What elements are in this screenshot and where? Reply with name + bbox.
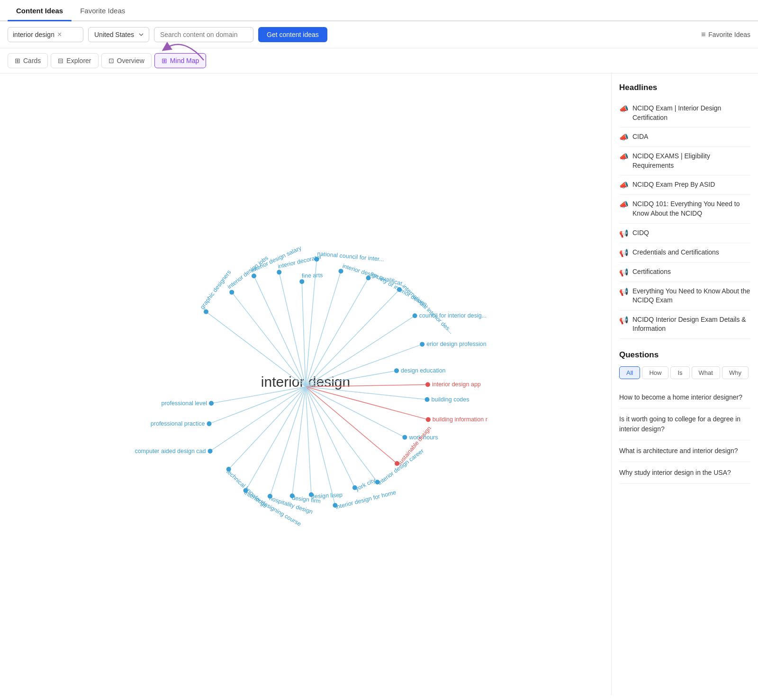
main-content: interior design national council for int… (0, 73, 758, 695)
svg-text:international interior des...: international interior des... (401, 283, 454, 335)
clear-keyword-button[interactable]: × (57, 31, 62, 38)
svg-line-2 (306, 278, 369, 387)
headline-text-4: NCIDQ Exam Prep By ASID (632, 180, 715, 190)
svg-point-30 (339, 269, 343, 273)
questions-section: Questions All How Is What Why (619, 350, 750, 484)
headline-item-7[interactable]: 📢 Credentials and Certifications (619, 243, 750, 263)
svg-text:erior design profession: erior design profession (426, 341, 487, 347)
svg-text:professional practice: professional practice (151, 420, 205, 427)
megaphone-icon-active-2: 📣 (619, 133, 629, 142)
svg-line-19 (229, 387, 306, 469)
headline-text-10: NCIDQ Interior Design Exam Details & Inf… (632, 315, 750, 334)
svg-point-72 (209, 401, 214, 406)
tab-overview[interactable]: ⊡ Overview (101, 53, 152, 68)
filter-all[interactable]: All (619, 366, 640, 379)
cards-icon: ⊞ (15, 57, 20, 64)
svg-point-68 (208, 449, 213, 454)
svg-text:technical knowledge: technical knowledge (225, 468, 269, 509)
svg-point-74 (252, 273, 256, 278)
right-panel: Headlines 📣 NCIDQ Exam | Interior Design… (611, 73, 758, 695)
svg-line-10 (306, 387, 405, 437)
svg-line-15 (306, 387, 311, 495)
svg-point-38 (420, 342, 424, 346)
svg-line-22 (211, 387, 306, 403)
svg-line-11 (306, 387, 397, 464)
svg-point-80 (229, 290, 234, 295)
svg-line-5 (306, 344, 422, 387)
headline-text-7: Credentials and Certifications (632, 248, 719, 257)
headline-item-3[interactable]: 📣 NCIDQ EXAMS | Eligibility Requirements (619, 147, 750, 175)
headline-text-8: Certifications (632, 267, 671, 277)
headline-item-10[interactable]: 📢 NCIDQ Interior Design Exam Details & I… (619, 310, 750, 339)
question-filter-tabs: All How Is What Why (619, 366, 750, 379)
mind-map-svg: interior design national council for int… (116, 171, 495, 598)
headline-text-6: CIDQ (632, 228, 649, 238)
headline-text-3: NCIDQ EXAMS | Eligibility Requirements (632, 152, 750, 170)
megaphone-icon-inactive-4: 📢 (619, 287, 629, 296)
svg-point-34 (397, 287, 402, 292)
megaphone-icon-active: 📣 (619, 104, 629, 113)
country-select[interactable]: United States (88, 27, 149, 42)
svg-line-18 (246, 387, 306, 491)
svg-text:professional level: professional level (161, 400, 207, 407)
svg-text:building information r: building information r (433, 416, 487, 423)
domain-search-input[interactable] (154, 27, 253, 42)
svg-point-40 (394, 368, 399, 373)
svg-point-32 (366, 276, 371, 281)
favorite-ideas-link[interactable]: ≡ Favorite Ideas (701, 30, 750, 39)
filter-is[interactable]: Is (670, 366, 689, 379)
headline-text-1: NCIDQ Exam | Interior Design Certificati… (632, 104, 750, 122)
svg-text:council for interior desig...: council for interior desig... (419, 312, 487, 319)
question-item-1[interactable]: How to become a home interior designer? (619, 387, 750, 409)
megaphone-icon-inactive-1: 📢 (619, 229, 629, 238)
svg-text:national council for inter...: national council for inter... (317, 250, 384, 263)
svg-line-8 (306, 387, 427, 400)
svg-text:graphic designers: graphic designers (199, 269, 233, 310)
tab-explorer[interactable]: ⊟ Explorer (51, 53, 98, 68)
megaphone-icon-inactive-2: 📢 (619, 248, 629, 257)
svg-text:design education: design education (401, 367, 446, 374)
toolbar: interior design × United States Get cont… (0, 21, 758, 48)
svg-line-13 (306, 387, 355, 488)
svg-point-42 (425, 382, 430, 387)
headline-item-9[interactable]: 📢 Everything You Need to Know About the … (619, 282, 750, 310)
headline-item-2[interactable]: 📣 CIDA (619, 127, 750, 147)
megaphone-icon-inactive-5: 📢 (619, 316, 629, 325)
headline-text-9: Everything You Need to Know About the NC… (632, 287, 750, 305)
filter-how[interactable]: How (642, 366, 668, 379)
get-ideas-button[interactable]: Get content ideas (258, 27, 327, 42)
headline-item-8[interactable]: 📢 Certifications (619, 263, 750, 282)
svg-line-21 (209, 387, 306, 424)
tab-content-ideas[interactable]: Content Ideas (8, 0, 72, 20)
svg-text:interior design career: interior design career (377, 447, 425, 486)
svg-point-82 (204, 309, 208, 314)
headline-text-2: CIDA (632, 132, 648, 142)
svg-line-9 (306, 387, 428, 419)
svg-line-4 (306, 316, 415, 387)
question-item-3[interactable]: What is architecture and interior design… (619, 440, 750, 462)
svg-text:interior design jobs: interior design jobs (226, 255, 270, 291)
tab-favorite-ideas[interactable]: Favorite Ideas (72, 0, 134, 20)
headline-item-6[interactable]: 📢 CIDQ (619, 224, 750, 243)
question-item-2[interactable]: Is it worth going to college for a degre… (619, 409, 750, 440)
svg-text:york city: york city (354, 477, 377, 492)
questions-title: Questions (619, 350, 750, 360)
headline-item-5[interactable]: 📣 NCIDQ 101: Everything You Need to Know… (619, 195, 750, 223)
headline-item-4[interactable]: 📣 NCIDQ Exam Prep By ASID (619, 175, 750, 195)
tab-cards[interactable]: ⊞ Cards (8, 53, 48, 68)
view-tabs-bar: ⊞ Cards ⊟ Explorer ⊡ Overview ⊞ Mind Map (0, 48, 758, 73)
top-tabs-bar: Content Ideas Favorite Ideas (0, 0, 758, 21)
question-item-4[interactable]: Why study interior design in the USA? (619, 462, 750, 484)
filter-why[interactable]: Why (722, 366, 749, 379)
svg-point-44 (425, 397, 430, 402)
headline-item-1[interactable]: 📣 NCIDQ Exam | Interior Design Certifica… (619, 99, 750, 127)
headlines-section: Headlines 📣 NCIDQ Exam | Interior Design… (619, 83, 750, 339)
svg-point-78 (299, 279, 304, 284)
tab-mindmap[interactable]: ⊞ Mind Map (154, 53, 206, 68)
filter-what[interactable]: What (692, 366, 720, 379)
svg-point-46 (426, 417, 431, 422)
megaphone-icon-active-3: 📣 (619, 152, 629, 161)
svg-line-12 (306, 387, 378, 482)
svg-line-20 (210, 387, 306, 451)
explorer-icon: ⊟ (58, 57, 63, 64)
